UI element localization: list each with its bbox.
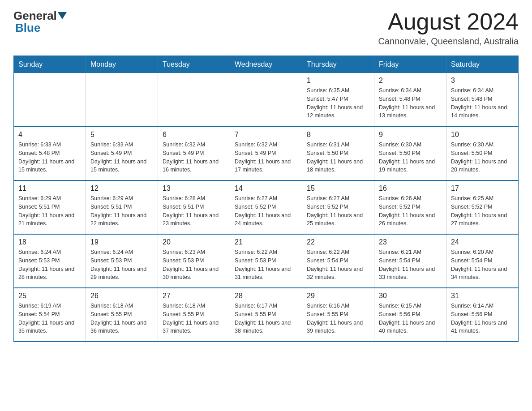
day-info: Sunrise: 6:14 AMSunset: 5:56 PMDaylight:…: [451, 302, 514, 335]
day-number: 7: [235, 131, 297, 139]
page-subtitle: Cannonvale, Queensland, Australia: [378, 36, 519, 47]
calendar-cell: 13Sunrise: 6:28 AMSunset: 5:51 PMDayligh…: [158, 180, 230, 234]
day-info: Sunrise: 6:32 AMSunset: 5:49 PMDaylight:…: [163, 141, 225, 174]
calendar-cell: 25Sunrise: 6:19 AMSunset: 5:54 PMDayligh…: [14, 288, 86, 342]
day-info: Sunrise: 6:32 AMSunset: 5:49 PMDaylight:…: [235, 141, 297, 174]
calendar-cell: [158, 73, 230, 127]
day-info: Sunrise: 6:31 AMSunset: 5:50 PMDaylight:…: [307, 141, 369, 174]
week-row-5: 25Sunrise: 6:19 AMSunset: 5:54 PMDayligh…: [14, 288, 519, 342]
calendar-body: 1Sunrise: 6:35 AMSunset: 5:47 PMDaylight…: [14, 73, 519, 342]
page-title: August 2024: [378, 9, 519, 34]
header-cell-sunday: Sunday: [14, 56, 86, 73]
page-header: General Blue August 2024 Cannonvale, Que…: [13, 9, 519, 47]
day-number: 19: [90, 238, 153, 246]
day-info: Sunrise: 6:21 AMSunset: 5:54 PMDaylight:…: [379, 248, 442, 282]
logo-triangle-icon: [58, 12, 67, 19]
day-info: Sunrise: 6:23 AMSunset: 5:53 PMDaylight:…: [163, 248, 225, 282]
calendar-cell: 10Sunrise: 6:30 AMSunset: 5:50 PMDayligh…: [446, 127, 519, 180]
header-cell-friday: Friday: [374, 56, 446, 73]
day-number: 9: [379, 131, 442, 139]
title-section: August 2024 Cannonvale, Queensland, Aust…: [378, 9, 519, 47]
calendar-cell: 20Sunrise: 6:23 AMSunset: 5:53 PMDayligh…: [158, 234, 230, 288]
calendar-cell: 23Sunrise: 6:21 AMSunset: 5:54 PMDayligh…: [374, 234, 446, 288]
day-number: 8: [307, 131, 369, 139]
day-number: 26: [90, 292, 153, 300]
calendar-cell: 21Sunrise: 6:22 AMSunset: 5:53 PMDayligh…: [230, 234, 302, 288]
day-info: Sunrise: 6:33 AMSunset: 5:49 PMDaylight:…: [90, 141, 153, 174]
day-number: 18: [18, 238, 81, 246]
day-info: Sunrise: 6:29 AMSunset: 5:51 PMDaylight:…: [18, 194, 81, 228]
week-row-3: 11Sunrise: 6:29 AMSunset: 5:51 PMDayligh…: [14, 180, 519, 234]
calendar-cell: 3Sunrise: 6:34 AMSunset: 5:48 PMDaylight…: [446, 73, 519, 127]
day-info: Sunrise: 6:29 AMSunset: 5:51 PMDaylight:…: [90, 194, 153, 228]
day-info: Sunrise: 6:25 AMSunset: 5:52 PMDaylight:…: [451, 194, 514, 228]
calendar-cell: 14Sunrise: 6:27 AMSunset: 5:52 PMDayligh…: [230, 180, 302, 234]
day-number: 22: [307, 238, 369, 246]
calendar-cell: 31Sunrise: 6:14 AMSunset: 5:56 PMDayligh…: [446, 288, 519, 342]
day-number: 12: [90, 184, 153, 193]
day-number: 31: [451, 292, 514, 300]
calendar-cell: [14, 73, 86, 127]
header-cell-monday: Monday: [86, 56, 158, 73]
day-number: 6: [163, 131, 225, 139]
calendar-cell: 15Sunrise: 6:27 AMSunset: 5:52 PMDayligh…: [302, 180, 374, 234]
calendar-cell: 9Sunrise: 6:30 AMSunset: 5:50 PMDaylight…: [374, 127, 446, 180]
logo-blue-text: Blue: [15, 21, 40, 35]
day-number: 1: [307, 77, 369, 85]
calendar-cell: 26Sunrise: 6:18 AMSunset: 5:55 PMDayligh…: [86, 288, 158, 342]
day-info: Sunrise: 6:19 AMSunset: 5:54 PMDaylight:…: [18, 302, 81, 335]
day-info: Sunrise: 6:18 AMSunset: 5:55 PMDaylight:…: [163, 302, 225, 335]
day-info: Sunrise: 6:15 AMSunset: 5:56 PMDaylight:…: [379, 302, 442, 335]
header-row: SundayMondayTuesdayWednesdayThursdayFrid…: [14, 56, 519, 73]
day-info: Sunrise: 6:22 AMSunset: 5:53 PMDaylight:…: [235, 248, 297, 282]
day-number: 29: [307, 292, 369, 300]
logo: General Blue: [13, 9, 67, 35]
day-info: Sunrise: 6:33 AMSunset: 5:48 PMDaylight:…: [18, 141, 81, 174]
calendar-cell: [86, 73, 158, 127]
calendar-cell: 7Sunrise: 6:32 AMSunset: 5:49 PMDaylight…: [230, 127, 302, 180]
calendar-table: SundayMondayTuesdayWednesdayThursdayFrid…: [13, 56, 519, 342]
day-info: Sunrise: 6:35 AMSunset: 5:47 PMDaylight:…: [307, 86, 369, 120]
day-number: 17: [451, 184, 514, 193]
day-number: 23: [379, 238, 442, 246]
header-cell-tuesday: Tuesday: [158, 56, 230, 73]
day-number: 11: [18, 184, 81, 193]
day-info: Sunrise: 6:34 AMSunset: 5:48 PMDaylight:…: [451, 86, 514, 120]
calendar-cell: 12Sunrise: 6:29 AMSunset: 5:51 PMDayligh…: [86, 180, 158, 234]
week-row-2: 4Sunrise: 6:33 AMSunset: 5:48 PMDaylight…: [14, 127, 519, 180]
day-info: Sunrise: 6:20 AMSunset: 5:54 PMDaylight:…: [451, 248, 514, 282]
calendar-cell: 17Sunrise: 6:25 AMSunset: 5:52 PMDayligh…: [446, 180, 519, 234]
calendar-cell: 19Sunrise: 6:24 AMSunset: 5:53 PMDayligh…: [86, 234, 158, 288]
day-number: 24: [451, 238, 514, 246]
day-number: 16: [379, 184, 442, 193]
day-info: Sunrise: 6:27 AMSunset: 5:52 PMDaylight:…: [235, 194, 297, 228]
calendar-cell: 4Sunrise: 6:33 AMSunset: 5:48 PMDaylight…: [14, 127, 86, 180]
day-info: Sunrise: 6:28 AMSunset: 5:51 PMDaylight:…: [163, 194, 225, 228]
day-info: Sunrise: 6:27 AMSunset: 5:52 PMDaylight:…: [307, 194, 369, 228]
day-number: 15: [307, 184, 369, 193]
calendar-cell: 29Sunrise: 6:16 AMSunset: 5:55 PMDayligh…: [302, 288, 374, 342]
day-number: 30: [379, 292, 442, 300]
calendar-cell: 16Sunrise: 6:26 AMSunset: 5:52 PMDayligh…: [374, 180, 446, 234]
calendar-cell: 28Sunrise: 6:17 AMSunset: 5:55 PMDayligh…: [230, 288, 302, 342]
day-number: 20: [163, 238, 225, 246]
day-number: 2: [379, 77, 442, 85]
day-number: 27: [163, 292, 225, 300]
day-number: 14: [235, 184, 297, 193]
day-info: Sunrise: 6:22 AMSunset: 5:54 PMDaylight:…: [307, 248, 369, 282]
week-row-4: 18Sunrise: 6:24 AMSunset: 5:53 PMDayligh…: [14, 234, 519, 288]
day-info: Sunrise: 6:24 AMSunset: 5:53 PMDaylight:…: [90, 248, 153, 282]
week-row-1: 1Sunrise: 6:35 AMSunset: 5:47 PMDaylight…: [14, 73, 519, 127]
calendar-cell: 2Sunrise: 6:34 AMSunset: 5:48 PMDaylight…: [374, 73, 446, 127]
header-cell-thursday: Thursday: [302, 56, 374, 73]
day-number: 10: [451, 131, 514, 139]
calendar-cell: 18Sunrise: 6:24 AMSunset: 5:53 PMDayligh…: [14, 234, 86, 288]
day-number: 3: [451, 77, 514, 85]
calendar-cell: 11Sunrise: 6:29 AMSunset: 5:51 PMDayligh…: [14, 180, 86, 234]
day-info: Sunrise: 6:30 AMSunset: 5:50 PMDaylight:…: [451, 141, 514, 174]
day-info: Sunrise: 6:34 AMSunset: 5:48 PMDaylight:…: [379, 86, 442, 120]
day-info: Sunrise: 6:17 AMSunset: 5:55 PMDaylight:…: [235, 302, 297, 335]
day-info: Sunrise: 6:18 AMSunset: 5:55 PMDaylight:…: [90, 302, 153, 335]
day-number: 21: [235, 238, 297, 246]
calendar-header: SundayMondayTuesdayWednesdayThursdayFrid…: [14, 56, 519, 73]
